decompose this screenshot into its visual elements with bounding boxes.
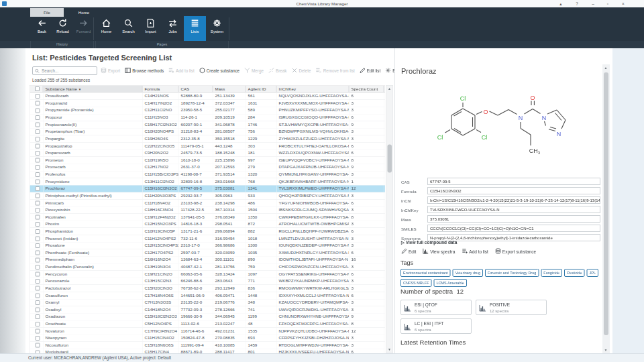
detail-scrollbar[interactable]: ▲ ▼ — [602, 64, 610, 353]
column-header-substance-name[interactable]: Substance Name ▼ — [44, 86, 143, 93]
ribbon-button-import[interactable]: Import — [140, 16, 162, 41]
table-row[interactable]: PaclobutrazolC15H20ClN3O76738-62-0293.12… — [30, 285, 386, 292]
toolbar-button-create-substance[interactable]: Create substance — [199, 67, 239, 74]
table-row[interactable]: PropamocarbC9H20N2O224579-73-5188.152481… — [30, 149, 386, 157]
table-row[interactable]: NicosulfuronC15H18N6O6S111991-09-4410.10… — [30, 342, 386, 349]
field-value-inchi[interactable]: InChI=1S/C15H16Cl3N3O2/c1-2-4-20(15(22)2… — [427, 196, 600, 204]
row-checkbox[interactable] — [35, 257, 40, 262]
table-row[interactable]: Propetamphos (Tbar)C10H20NO4PS31218-83-4… — [30, 129, 386, 136]
row-checkbox[interactable] — [35, 308, 40, 312]
table-row[interactable]: PhoximC12H15N2O3PS14816-18-3298.0541872A… — [30, 221, 386, 229]
help-button[interactable]: ? — [573, 0, 581, 7]
close-button[interactable]: × — [619, 0, 627, 7]
scroll-up-arrow[interactable]: ▲ — [602, 64, 609, 71]
row-checkbox[interactable] — [35, 165, 40, 170]
table-row[interactable]: PenconazoleC13H15Cl2N366246-88-6283.0643… — [30, 278, 386, 286]
table-row[interactable]: ProcymidoneC13H11Cl2NO232809-16-8283.016… — [30, 178, 386, 186]
row-checkbox[interactable] — [35, 172, 40, 177]
table-row[interactable]: NitenpyramC11H15ClN4O2150824-47-8270.088… — [30, 335, 386, 342]
tag-chip[interactable]: CNFSS MRLFF — [400, 279, 432, 287]
table-row[interactable]: Propyzamide (Pronamide)C12H11Cl2NO23950-… — [30, 107, 386, 115]
row-checkbox[interactable] — [35, 229, 40, 234]
row-checkbox[interactable] — [35, 236, 40, 241]
row-checkbox[interactable] — [35, 208, 40, 213]
action-edit[interactable]: Edit — [401, 248, 416, 255]
action-view-spectra[interactable]: View spectra — [423, 248, 455, 255]
table-row[interactable]: ProchlorazC15H16Cl3N3O267747-09-5375.030… — [30, 186, 386, 193]
row-checkbox[interactable] — [35, 179, 40, 184]
table-row[interactable]: PropoxurC11H15NO3114-26-1209.10519284ISR… — [30, 114, 386, 121]
table-row[interactable]: ProquinazidC14H17IN2O2189278-12-4372.033… — [30, 100, 386, 107]
field-value-mass[interactable]: 375.03081 — [427, 215, 600, 223]
search-input[interactable]: Search... — [32, 66, 97, 75]
scroll-up-arrow[interactable]: ▲ — [386, 86, 393, 93]
tag-chip[interactable]: Pesticide — [564, 269, 584, 277]
scroll-down-arrow[interactable]: ▼ — [602, 347, 609, 353]
row-checkbox[interactable] — [35, 108, 40, 113]
row-checkbox[interactable] — [35, 279, 40, 284]
table-row[interactable]: Propiconazole(II)C15H17Cl2N3O260207-90-1… — [30, 121, 386, 129]
table-row[interactable]: OxadiazonC15H18Cl2N2O319666-30-9344.0694… — [30, 314, 386, 321]
table-row[interactable]: Phenthoate (Fenthoate)C12H17O4PS22597-03… — [30, 249, 386, 257]
row-checkbox[interactable] — [35, 143, 40, 148]
scroll-down-arrow[interactable]: ▼ — [386, 347, 393, 353]
table-row[interactable]: PicoxystrobinC18H16F3NO4117428-22-5367.1… — [30, 206, 386, 214]
column-header-formula[interactable]: Formula — [143, 86, 179, 93]
action-export-substance[interactable]: Export substance — [495, 248, 536, 255]
tag-chip[interactable]: JPL — [586, 269, 598, 277]
row-checkbox[interactable] — [35, 322, 40, 326]
toolbar-button-edit-list[interactable]: Edit list — [360, 67, 380, 74]
table-row[interactable]: OxamylC7H13N3O3S23135-22-0219.06776348KZ… — [30, 299, 386, 306]
pin-button[interactable]: ▴ — [557, 0, 565, 7]
scroll-thumb[interactable] — [604, 72, 608, 335]
row-checkbox[interactable] — [35, 151, 40, 156]
row-checkbox[interactable] — [35, 137, 40, 141]
row-checkbox[interactable] — [35, 286, 40, 291]
tag-chip[interactable]: Fungicide — [541, 269, 562, 277]
ribbon-button-home[interactable]: Home — [95, 16, 117, 41]
scroll-thumb[interactable] — [388, 145, 392, 173]
row-checkbox[interactable] — [35, 328, 40, 333]
table-row[interactable]: PromecarbC12H17NO22631-37-0207.12593279D… — [30, 164, 386, 172]
row-checkbox[interactable] — [35, 115, 40, 120]
table-row[interactable]: PhenmediphamC16H16N2O413684-63-4300.1110… — [30, 257, 386, 264]
row-checkbox[interactable] — [35, 101, 40, 106]
row-checkbox[interactable] — [35, 272, 40, 276]
row-checkbox[interactable] — [35, 186, 40, 191]
tag-chip[interactable]: Veterinary drug — [453, 269, 483, 277]
row-checkbox[interactable] — [35, 222, 40, 227]
column-header-mass[interactable]: Mass — [213, 86, 246, 93]
maximize-button[interactable]: ▫ — [604, 0, 612, 7]
table-row[interactable]: OxadixylC14H18N2O477732-09-3278.12666741… — [30, 306, 386, 314]
field-value-smiles[interactable]: CCCN(CCOC1C(Cl)=CC(Cl)=CC=1Cl)C(=O)N1C=C… — [427, 225, 600, 232]
tag-chip[interactable]: Environmental contaminant — [400, 269, 451, 277]
field-value-cas[interactable]: 67747-09-5 — [427, 178, 600, 185]
table-row[interactable]: ProsulfocarbC14H21NOS52888-80-9251.13439… — [30, 93, 386, 101]
column-header-spectra-count[interactable]: Spectra Count — [350, 86, 384, 93]
row-checkbox[interactable] — [35, 251, 40, 255]
spectra-card[interactable]: LC | ESI | ITFT6 spectra — [400, 318, 472, 334]
expander-view-full-compound-data[interactable]: ▷ View full compound data — [401, 240, 457, 245]
row-checkbox[interactable] — [35, 336, 40, 341]
spectra-card[interactable]: ESI | QTOF6 spectra — [400, 300, 472, 315]
table-row[interactable]: OmethoateC5H12NO4PS1113-02-6213.0224748F… — [30, 320, 386, 328]
table-scrollbar[interactable]: ▲ ▼ — [386, 85, 393, 353]
ribbon-button-search[interactable]: Search — [117, 16, 140, 41]
toolbar-button-browse-methods[interactable]: Browse methods — [125, 67, 164, 74]
row-checkbox[interactable] — [35, 343, 40, 348]
table-row[interactable]: Pendimethalin (Penoxalin)C13H19N3O440487… — [30, 263, 386, 271]
table-row[interactable]: ProfenofosC11H15BrClO3PS41198-08-7371.93… — [30, 171, 386, 178]
table-row[interactable]: PhosphamidonC10H19ClNO5P13171-21-6299.06… — [30, 228, 386, 235]
table-row[interactable]: PicolinafenC19H12F4N2O2137641-05-5376.08… — [30, 214, 386, 221]
row-checkbox[interactable] — [35, 314, 40, 319]
column-header-inchikey[interactable]: InChIKey — [277, 86, 350, 93]
ribbon-button-reload[interactable]: Reload — [52, 16, 73, 41]
ribbon-button-back[interactable]: Back — [32, 16, 52, 41]
table-row[interactable]: PrometonC10H19N5O1610-18-0225.15896997IS… — [30, 157, 386, 164]
table-row[interactable]: PencycuronC19H21ClN2O66063-05-6328.13424… — [30, 271, 386, 278]
row-checkbox[interactable] — [35, 158, 40, 163]
row-checkbox[interactable] — [35, 94, 40, 99]
column-header-cas[interactable]: CAS — [179, 86, 213, 93]
ribbon-button-lists[interactable]: Lists — [184, 16, 206, 41]
ribbon-button-system[interactable]: System — [206, 16, 228, 41]
